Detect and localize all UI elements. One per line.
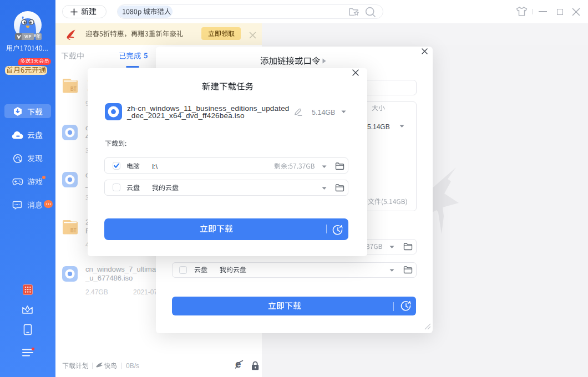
svg-text:BT: BT [70,227,77,233]
svg-text:BT: BT [70,85,77,92]
